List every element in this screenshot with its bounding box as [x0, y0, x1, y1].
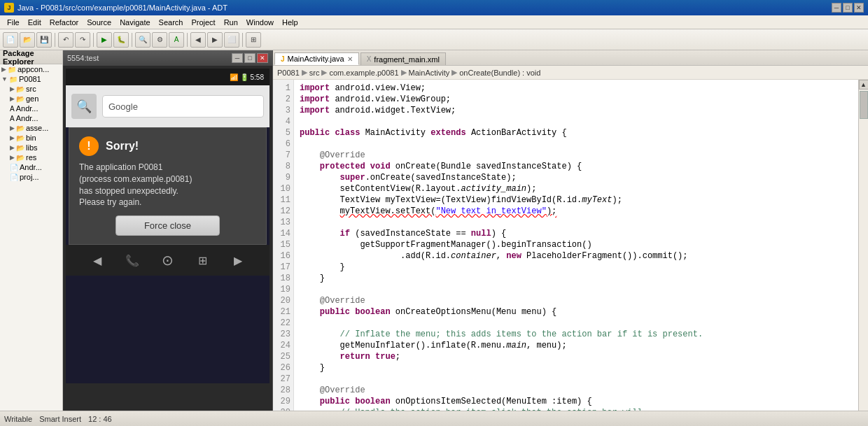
tree-item-appcon[interactable]: ▶ 📁 appcon... — [0, 64, 62, 74]
package-explorer-title: Package Explorer — [3, 50, 59, 66]
toolbar-open[interactable]: 📂 — [20, 32, 35, 48]
tree-item-label: asse... — [26, 124, 48, 132]
main-layout: Package Explorer ▶ 📁 appcon... ▼ 📁 P0081… — [0, 50, 868, 411]
nav-grid-btn[interactable]: ⊞ — [192, 249, 214, 271]
emulator-status-bar: 📶 🔋 5:58 — [66, 69, 270, 85]
tree-item-res[interactable]: ▶ 📂 res — [0, 152, 62, 162]
toolbar-run[interactable]: ▶ — [97, 32, 112, 48]
tree-arrow: ▶ — [10, 125, 15, 132]
close-button[interactable]: ✕ — [854, 3, 864, 13]
tab-fragment[interactable]: X fragment_main.xml — [360, 52, 446, 65]
warning-icon: ! — [79, 136, 99, 156]
tree-item-and3[interactable]: 📄 Andr... — [0, 162, 62, 172]
toolbar-btn7[interactable]: ⬜ — [224, 32, 239, 48]
package-explorer-panel: Package Explorer ▶ 📁 appcon... ▼ 📁 P0081… — [0, 50, 63, 411]
toolbar-new[interactable]: 📄 — [3, 32, 18, 48]
google-search-icon: 🔍 — [71, 94, 97, 119]
bc-sep4: ▶ — [451, 68, 457, 77]
project-icon: 📁 — [8, 66, 16, 73]
scroll-up[interactable]: ▲ — [859, 80, 869, 90]
status-bar: Writable Smart Insert 12 : 46 — [0, 411, 868, 426]
tab-close-icon[interactable]: ✕ — [347, 55, 353, 63]
breadcrumb: P0081 ▶ src ▶ com.example.p0081 ▶ MainAc… — [273, 66, 868, 80]
toolbar-sep3 — [132, 33, 132, 47]
toolbar-perspective[interactable]: ⊞ — [246, 32, 261, 48]
menu-edit[interactable]: Edit — [24, 17, 46, 27]
minimize-button[interactable]: ─ — [832, 3, 841, 13]
tree-item-bin[interactable]: ▶ 📂 bin — [0, 133, 62, 143]
emulator-title: 5554:test — [67, 54, 99, 62]
status-writable: Writable — [4, 415, 32, 423]
tree-item-gen[interactable]: ▶ 📂 gen — [0, 94, 62, 104]
tree-item-label: libs — [26, 143, 38, 152]
emu-maximize-btn[interactable]: □ — [244, 53, 255, 63]
bc-src[interactable]: src — [309, 69, 320, 77]
editor-panel: J MainActivity.java ✕ X fragment_main.xm… — [273, 50, 868, 411]
folder-icon: 📂 — [16, 125, 24, 132]
tab-label: fragment_main.xml — [374, 55, 440, 64]
toolbar-redo[interactable]: ↷ — [75, 32, 90, 48]
tab-xml-icon: X — [367, 55, 372, 63]
android-icon: A — [10, 115, 15, 122]
tree-arrow: ▶ — [1, 66, 6, 73]
tree-item-p0081[interactable]: ▼ 📁 P0081 — [0, 74, 62, 84]
error-title: Sorry! — [106, 136, 139, 156]
menu-window[interactable]: Window — [242, 17, 278, 27]
tab-java-icon: J — [281, 55, 285, 63]
toolbar-debug[interactable]: 🐛 — [113, 32, 129, 48]
tree-item-libs[interactable]: ▶ 📂 libs — [0, 143, 62, 152]
nav-call-btn[interactable]: 📞 — [121, 249, 144, 271]
toolbar-sep1 — [55, 33, 55, 47]
tree-item-asse[interactable]: ▶ 📂 asse... — [0, 123, 62, 133]
menu-project[interactable]: Project — [187, 17, 219, 27]
right-scrollbar[interactable]: ▲ — [858, 80, 868, 411]
emulator-search-box[interactable]: Google — [102, 95, 264, 118]
bc-method[interactable]: onCreate(Bundle) : void — [459, 69, 540, 77]
menu-refactor[interactable]: Refactor — [46, 17, 83, 27]
toolbar: 📄 📂 💾 ↶ ↷ ▶ 🐛 🔍 ⚙ A ◀ ▶ ⬜ ⊞ — [0, 29, 868, 50]
nav-back-btn[interactable]: ◀ — [86, 249, 108, 271]
code-content[interactable]: import android.view.View; import android… — [294, 80, 858, 411]
menu-run[interactable]: Run — [220, 17, 242, 27]
menu-source[interactable]: Source — [83, 17, 115, 27]
tree-item-proj[interactable]: 📄 proj... — [0, 172, 62, 182]
menu-search[interactable]: Search — [155, 17, 188, 27]
tree-arrow: ▼ — [1, 76, 8, 83]
toolbar-undo[interactable]: ↶ — [58, 32, 74, 48]
scroll-thumb[interactable] — [860, 91, 868, 119]
maximize-button[interactable]: □ — [843, 3, 853, 13]
toolbar-android[interactable]: A — [169, 32, 184, 48]
bc-package[interactable]: com.example.p0081 — [329, 69, 398, 77]
nav-forward-btn[interactable]: ▶ — [227, 249, 249, 271]
toolbar-settings[interactable]: ⚙ — [152, 32, 167, 48]
folder-icon: 📂 — [16, 154, 24, 162]
tab-mainactivity[interactable]: J MainActivity.java ✕ — [274, 52, 359, 65]
bc-class[interactable]: MainActivity — [409, 69, 450, 77]
tab-label: MainActivity.java — [288, 55, 344, 63]
window-controls[interactable]: ─ □ ✕ — [832, 3, 864, 13]
folder-icon: 📂 — [16, 85, 24, 93]
menu-help[interactable]: Help — [278, 17, 302, 27]
tree-item-and2[interactable]: A Andr... — [0, 113, 62, 123]
toolbar-btn5[interactable]: ◀ — [190, 32, 206, 48]
nav-home-btn[interactable]: ⊙ — [156, 249, 178, 271]
toolbar-btn6[interactable]: ▶ — [207, 32, 223, 48]
toolbar-search[interactable]: 🔍 — [135, 32, 150, 48]
bc-p0081[interactable]: P0081 — [277, 69, 300, 77]
emu-close-btn[interactable]: ✕ — [257, 53, 268, 63]
toolbar-save[interactable]: 💾 — [36, 32, 52, 48]
file-icon: 📄 — [10, 173, 18, 181]
emulator-screen: 📶 🔋 5:58 🔍 Google ! Sorry! — [66, 69, 270, 383]
force-close-button[interactable]: Force close — [115, 215, 220, 236]
tree-item-and1[interactable]: A Andr... — [0, 104, 62, 113]
menu-file[interactable]: File — [3, 17, 24, 27]
tree-item-src[interactable]: ▶ 📂 src — [0, 84, 62, 94]
tree-item-label: P0081 — [19, 75, 41, 83]
status-line-col: 12 : 46 — [88, 415, 112, 423]
editor-tabs: J MainActivity.java ✕ X fragment_main.xm… — [273, 50, 868, 66]
bc-sep1: ▶ — [302, 68, 307, 77]
error-button-row: Force close — [79, 215, 256, 236]
emu-minimize-btn[interactable]: ─ — [232, 53, 243, 63]
menu-navigate[interactable]: Navigate — [115, 17, 154, 27]
menu-bar: File Edit Refactor Source Navigate Searc… — [0, 15, 868, 29]
